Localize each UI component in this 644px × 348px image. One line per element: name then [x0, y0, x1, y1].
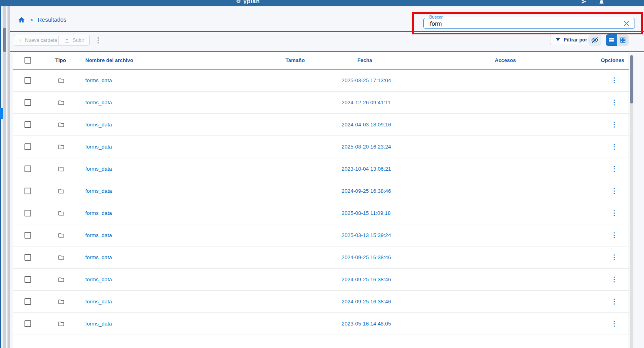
- search-input[interactable]: Buscar form: [423, 18, 635, 29]
- table-body: forms_data 2025-03-25 17:13:04 forms_dat…: [13, 70, 629, 335]
- grid-view-button[interactable]: [617, 34, 629, 46]
- row-options-icon[interactable]: [611, 275, 618, 284]
- table-row[interactable]: forms_data 2023-10-04 13:06:21: [13, 158, 629, 180]
- file-name-link[interactable]: forms_data: [85, 188, 112, 194]
- bell-icon[interactable]: [599, 0, 605, 5]
- row-options-icon[interactable]: [611, 231, 618, 240]
- view-toggle: [606, 34, 629, 46]
- row-checkbox[interactable]: [24, 188, 31, 194]
- table-scrollbar-track[interactable]: [630, 55, 633, 348]
- row-checkbox[interactable]: [24, 320, 31, 327]
- toolbar-more-options-icon[interactable]: [95, 36, 102, 45]
- row-checkbox[interactable]: [24, 298, 31, 305]
- header-cell-opciones: Opciones: [533, 57, 629, 63]
- file-name-link[interactable]: forms_data: [85, 277, 112, 282]
- clear-search-icon[interactable]: [623, 20, 630, 27]
- file-name-link[interactable]: forms_data: [85, 166, 112, 172]
- left-rail-divider: [8, 6, 10, 348]
- file-date-cell: 2025-08-15 11:09:18: [324, 210, 430, 216]
- file-date-cell: 2024-09-25 16:38:46: [324, 277, 430, 282]
- row-checkbox[interactable]: [24, 99, 31, 106]
- header-cell-tamano[interactable]: Tamaño: [261, 57, 324, 63]
- row-options-icon[interactable]: [611, 186, 618, 196]
- row-options-icon[interactable]: [611, 142, 618, 152]
- row-options-icon[interactable]: [611, 319, 618, 329]
- top-app-bar: ⚙ yplan: [0, 0, 644, 6]
- row-options-icon[interactable]: [611, 120, 618, 130]
- file-name-link[interactable]: forms_data: [85, 100, 112, 105]
- new-folder-label: Nueva carpeta: [25, 38, 57, 43]
- table-row[interactable]: forms_data 2024-09-25 16:38:46: [13, 269, 629, 291]
- filter-button[interactable]: Filtrar por: [550, 35, 592, 45]
- new-folder-button[interactable]: + Nueva carpeta: [14, 35, 63, 46]
- file-date-cell: 2023-05-16 14:48:05: [324, 321, 430, 327]
- table-row[interactable]: forms_data 2023-05-16 14:48:05: [13, 313, 629, 335]
- folder-icon: [57, 99, 65, 106]
- share-icon[interactable]: [581, 0, 587, 5]
- header-cell-accesos[interactable]: Accesos: [430, 57, 533, 63]
- eye-off-icon: [591, 36, 599, 44]
- row-options-icon[interactable]: [611, 253, 618, 262]
- file-date-cell: 2024-04-03 18:09:16: [324, 122, 430, 128]
- table-row[interactable]: forms_data 2025-03-13 15:39:24: [13, 224, 629, 246]
- logo-text: yplan: [243, 0, 260, 4]
- filter-label: Filtrar por: [564, 37, 587, 43]
- table-row[interactable]: forms_data 2024-12-26 09:41:11: [13, 92, 629, 114]
- header-cell-nombre[interactable]: Nombre del archivo: [85, 57, 261, 63]
- divider: [10, 31, 644, 32]
- table-row[interactable]: forms_data 2024-09-25 16:38:46: [13, 246, 629, 269]
- row-checkbox[interactable]: [24, 166, 31, 172]
- file-date-cell: 2024-09-25 16:38:46: [324, 299, 430, 305]
- select-all-checkbox[interactable]: [24, 57, 31, 64]
- breadcrumb-current[interactable]: Resultados: [38, 17, 67, 23]
- row-options-icon[interactable]: [611, 297, 618, 307]
- file-name-link[interactable]: forms_data: [85, 122, 112, 128]
- plus-icon: +: [19, 38, 22, 43]
- table-row[interactable]: forms_data 2025-03-25 17:13:04: [13, 70, 629, 92]
- header-cell-fecha[interactable]: Fecha: [324, 57, 430, 63]
- row-checkbox[interactable]: [24, 254, 31, 261]
- row-options-icon[interactable]: [611, 164, 618, 174]
- row-checkbox[interactable]: [24, 143, 31, 150]
- table-row[interactable]: forms_data 2024-09-25 16:38:46: [13, 180, 629, 202]
- breadcrumb: > Resultados: [18, 16, 66, 24]
- row-checkbox[interactable]: [24, 232, 31, 239]
- home-icon[interactable]: [18, 16, 25, 23]
- table-row[interactable]: forms_data 2024-09-25 16:38:46: [13, 291, 629, 313]
- left-scrollbar-thumb[interactable]: [3, 28, 6, 52]
- file-name-link[interactable]: forms_data: [85, 299, 112, 305]
- row-checkbox[interactable]: [24, 276, 31, 283]
- folder-icon: [57, 143, 65, 150]
- search-value[interactable]: form: [424, 20, 442, 27]
- left-scrollbar-track[interactable]: [3, 6, 6, 348]
- file-name-link[interactable]: forms_data: [85, 254, 112, 260]
- file-name-link[interactable]: forms_data: [85, 77, 112, 83]
- search-label: Buscar: [428, 15, 444, 19]
- file-name-link[interactable]: forms_data: [85, 321, 112, 327]
- row-options-icon[interactable]: [611, 98, 618, 107]
- logo-icon: ⚙: [236, 0, 241, 4]
- table-scrollbar-thumb[interactable]: [630, 55, 633, 103]
- sort-ascending-icon[interactable]: ↑: [69, 57, 71, 63]
- file-date-cell: 2024-09-25 16:38:46: [324, 188, 430, 194]
- file-name-link[interactable]: forms_data: [85, 210, 112, 216]
- hide-items-button[interactable]: [588, 34, 601, 46]
- row-options-icon[interactable]: [611, 209, 618, 218]
- file-date-cell: 2024-09-25 16:38:46: [324, 254, 430, 260]
- table-row[interactable]: forms_data 2024-04-03 18:09:16: [13, 114, 629, 136]
- list-view-button[interactable]: [606, 34, 617, 46]
- row-checkbox[interactable]: [24, 210, 31, 216]
- table-row[interactable]: forms_data 2025-08-15 11:09:18: [13, 202, 629, 224]
- folder-icon: [57, 121, 65, 128]
- row-options-icon[interactable]: [611, 76, 618, 85]
- header-cell-tipo[interactable]: Tipo ↑: [43, 57, 85, 63]
- row-checkbox[interactable]: [24, 77, 31, 84]
- upload-button[interactable]: Subir: [58, 35, 90, 46]
- file-name-link[interactable]: forms_data: [85, 144, 112, 150]
- file-name-link[interactable]: forms_data: [85, 232, 112, 238]
- folder-icon: [57, 210, 65, 217]
- file-date-cell: 2023-10-04 13:06:21: [324, 166, 430, 172]
- table-row[interactable]: forms_data 2025-08-20 16:23:24: [13, 136, 629, 158]
- folder-icon: [57, 188, 65, 195]
- row-checkbox[interactable]: [24, 121, 31, 128]
